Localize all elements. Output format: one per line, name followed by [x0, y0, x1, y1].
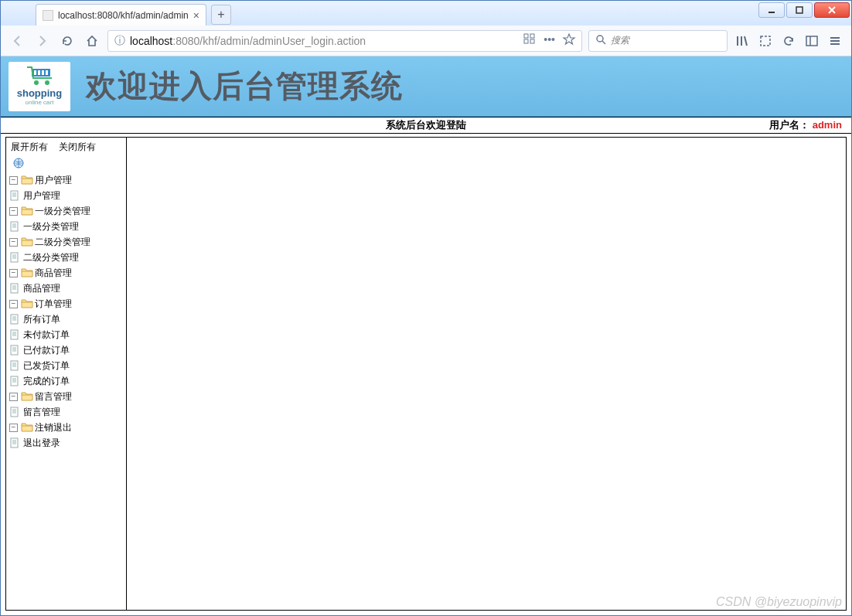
- collapse-toggle-icon[interactable]: −: [9, 176, 18, 185]
- globe-icon: [12, 157, 25, 168]
- tree-item[interactable]: 留言管理: [9, 404, 123, 420]
- welcome-text: 系统后台欢迎登陆: [386, 118, 466, 132]
- file-icon: [9, 221, 22, 232]
- tree-item[interactable]: 用户管理: [9, 188, 123, 203]
- tree-folder[interactable]: −一级分类管理: [9, 203, 123, 219]
- collapse-toggle-icon[interactable]: −: [9, 393, 18, 401]
- collapse-toggle-icon[interactable]: −: [9, 207, 18, 216]
- browser-tab-active[interactable]: localhost:8080/khf/admin/admin ×: [36, 4, 206, 26]
- tree-item-label: 完成的订单: [23, 373, 70, 389]
- banner: shopping online cart 欢迎进入后台管理系统: [1, 56, 851, 117]
- site-info-icon[interactable]: ⓘ: [114, 34, 125, 48]
- cart-icon: [26, 67, 53, 86]
- tree-folder[interactable]: −订单管理: [9, 296, 123, 311]
- svg-rect-27: [11, 191, 18, 200]
- tree-folder-label: 订单管理: [35, 296, 72, 311]
- tree-folder[interactable]: −二级分类管理: [9, 234, 123, 250]
- svg-rect-39: [11, 284, 18, 293]
- collapse-toggle-icon[interactable]: −: [9, 269, 18, 277]
- tree-folder[interactable]: −商品管理: [9, 265, 123, 281]
- tree-item[interactable]: 退出登录: [9, 435, 123, 451]
- tree-item-label: 退出登录: [23, 435, 60, 451]
- search-icon: [595, 34, 606, 47]
- undo-icon: [782, 35, 795, 47]
- toolbar: ⓘ localhost:8080/khf/admin/adminUser_log…: [1, 26, 851, 56]
- collapse-all-link[interactable]: 关闭所有: [59, 141, 96, 154]
- status-row: 系统后台欢迎登陆 用户名： admin: [1, 117, 851, 134]
- svg-rect-31: [11, 222, 18, 231]
- collapse-toggle-icon[interactable]: −: [9, 424, 18, 432]
- tab-title: localhost:8080/khf/admin/admin: [58, 10, 189, 21]
- sidebar-icon: [806, 36, 818, 46]
- more-icon[interactable]: •••: [544, 33, 555, 48]
- tree-folder[interactable]: −注销退出: [9, 420, 123, 435]
- forward-button[interactable]: [33, 32, 52, 50]
- svg-rect-47: [11, 330, 18, 339]
- folder-icon: [21, 175, 33, 185]
- tree-item[interactable]: 未付款订单: [9, 327, 123, 342]
- url-bar[interactable]: ⓘ localhost:8080/khf/admin/adminUser_log…: [107, 30, 582, 52]
- tree-item[interactable]: 二级分类管理: [9, 250, 123, 265]
- close-icon[interactable]: ×: [193, 9, 199, 22]
- svg-point-24: [34, 80, 39, 85]
- menu-button[interactable]: [826, 32, 843, 49]
- reload-button[interactable]: [58, 32, 77, 50]
- file-icon: [9, 314, 22, 325]
- svg-rect-4: [524, 34, 528, 38]
- tree-item-label: 用户管理: [23, 188, 60, 203]
- titlebar: localhost:8080/khf/admin/admin × +: [1, 1, 851, 26]
- minimize-button[interactable]: [758, 2, 785, 18]
- url-host-name: localhost: [130, 35, 172, 47]
- tree-item[interactable]: 完成的订单: [9, 373, 123, 389]
- sidebar-button[interactable]: [803, 32, 820, 49]
- library-button[interactable]: [734, 32, 751, 49]
- svg-rect-21: [38, 70, 40, 75]
- expand-all-link[interactable]: 展开所有: [11, 141, 48, 154]
- tree-folder[interactable]: −用户管理: [9, 172, 123, 188]
- tree-item[interactable]: 已发货订单: [9, 358, 123, 373]
- file-icon: [9, 437, 22, 448]
- svg-rect-5: [530, 34, 534, 38]
- screenshot-button[interactable]: [757, 32, 774, 49]
- tree-folder-label: 二级分类管理: [35, 234, 90, 250]
- file-icon: [9, 329, 22, 340]
- folder-icon: [21, 422, 33, 433]
- new-tab-button[interactable]: +: [211, 5, 231, 25]
- svg-rect-51: [11, 345, 18, 355]
- reader-icon[interactable]: [523, 33, 536, 48]
- url-text: localhost:8080/khf/admin/adminUser_login…: [130, 35, 366, 47]
- file-icon: [9, 190, 22, 201]
- svg-point-25: [45, 80, 49, 85]
- content-pane: [127, 138, 846, 610]
- minimize-icon: [767, 5, 776, 15]
- window-close-button[interactable]: [814, 2, 850, 18]
- home-button[interactable]: [83, 32, 101, 50]
- collapse-toggle-icon[interactable]: −: [9, 300, 18, 308]
- tree-item-label: 留言管理: [23, 404, 60, 420]
- svg-rect-67: [11, 438, 18, 448]
- history-back-button[interactable]: [780, 32, 797, 49]
- hamburger-icon: [829, 36, 841, 46]
- page-title: 欢迎进入后台管理系统: [86, 65, 403, 107]
- logo: shopping online cart: [9, 62, 70, 111]
- folder-icon: [21, 237, 33, 247]
- bookmark-icon[interactable]: [563, 33, 575, 48]
- tree-item[interactable]: 已付款订单: [9, 342, 123, 358]
- svg-point-8: [597, 36, 603, 42]
- folder-icon: [21, 267, 33, 278]
- tree-item[interactable]: 一级分类管理: [9, 219, 123, 234]
- tree-folder-label: 注销退出: [35, 420, 72, 435]
- tree-item[interactable]: 所有订单: [9, 311, 123, 327]
- file-icon: [9, 283, 22, 294]
- tab-strip: localhost:8080/khf/admin/admin × +: [1, 1, 231, 26]
- tree-folder[interactable]: −留言管理: [9, 389, 123, 404]
- tree-item[interactable]: 商品管理: [9, 281, 123, 296]
- collapse-toggle-icon[interactable]: −: [9, 238, 18, 247]
- maximize-button[interactable]: [786, 2, 813, 18]
- svg-rect-13: [761, 36, 770, 46]
- username: admin: [813, 119, 842, 131]
- sidebar-controls: 展开所有 关闭所有: [6, 138, 126, 155]
- back-button[interactable]: [9, 32, 27, 50]
- tree-item-label: 一级分类管理: [23, 219, 79, 234]
- search-bar[interactable]: 搜索: [588, 30, 728, 52]
